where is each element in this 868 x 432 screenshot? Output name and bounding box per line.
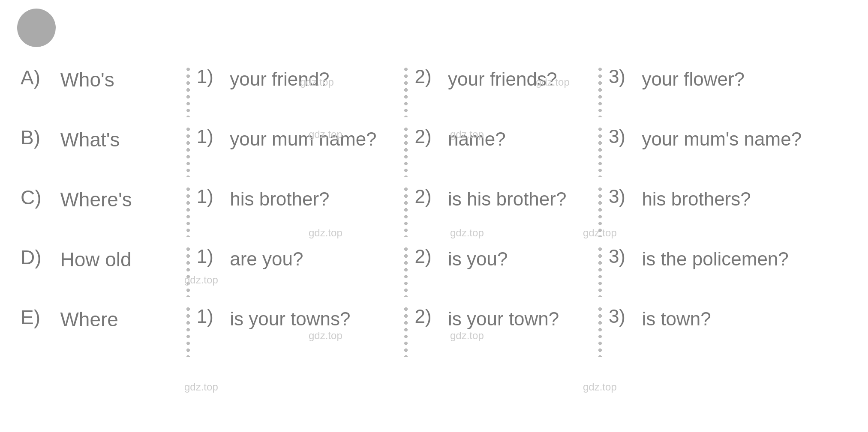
option3-num: 3): [606, 180, 638, 237]
separator-1: [182, 120, 194, 177]
watermark: gdz.top: [184, 381, 218, 393]
option3-num: 3): [606, 240, 638, 297]
option2-num: 2): [412, 300, 444, 357]
separator-3: [594, 300, 606, 357]
exercise-wrapper: A)Who's1)your friend?2)your friends?3)yo…: [17, 60, 851, 357]
option2-text: name?: [444, 120, 594, 177]
table-row: C)Where's1)his brother?2)is his brother?…: [17, 180, 851, 237]
question-cell: Who's: [56, 60, 182, 117]
option1-num: 1): [194, 120, 226, 177]
option2-num: 2): [412, 60, 444, 117]
separator-3: [594, 240, 606, 297]
option1-num: 1): [194, 300, 226, 357]
header-row: [17, 9, 851, 47]
task-number: [17, 9, 56, 47]
separator-3: [594, 180, 606, 237]
option2-text: your friends?: [444, 60, 594, 117]
letter-label: A): [17, 60, 56, 117]
option1-num: 1): [194, 180, 226, 237]
option1-text: are you?: [225, 240, 400, 297]
option3-text: is town?: [637, 300, 851, 357]
option2-text: is your town?: [444, 300, 594, 357]
letter-label: E): [17, 300, 56, 357]
option3-text: is the policemen?: [637, 240, 851, 297]
option2-num: 2): [412, 240, 444, 297]
option1-num: 1): [194, 60, 226, 117]
separator-2: [400, 300, 412, 357]
option3-num: 3): [606, 300, 638, 357]
option1-text: is your towns?: [225, 300, 400, 357]
table-row: B)What's1)your mum name?2)name?3)your mu…: [17, 120, 851, 177]
separator-1: [182, 60, 194, 117]
separator-3: [594, 120, 606, 177]
option1-text: his brother?: [225, 180, 400, 237]
table-row: E)Where1)is your towns?2)is your town?3)…: [17, 300, 851, 357]
page-container: A)Who's1)your friend?2)your friends?3)yo…: [17, 9, 851, 357]
option1-text: your friend?: [225, 60, 400, 117]
separator-2: [400, 240, 412, 297]
option2-text: is you?: [444, 240, 594, 297]
option2-num: 2): [412, 120, 444, 177]
watermark: gdz.top: [583, 381, 617, 393]
option3-num: 3): [606, 60, 638, 117]
separator-2: [400, 60, 412, 117]
separator-2: [400, 180, 412, 237]
option2-num: 2): [412, 180, 444, 237]
option3-text: your mum's name?: [637, 120, 851, 177]
letter-label: C): [17, 180, 56, 237]
table-row: A)Who's1)your friend?2)your friends?3)yo…: [17, 60, 851, 117]
table-row: D)How old1)are you?2)is you?3)is the pol…: [17, 240, 851, 297]
separator-1: [182, 240, 194, 297]
question-cell: How old: [56, 240, 182, 297]
letter-label: B): [17, 120, 56, 177]
separator-2: [400, 120, 412, 177]
option3-num: 3): [606, 120, 638, 177]
option2-text: is his brother?: [444, 180, 594, 237]
option1-text: your mum name?: [225, 120, 400, 177]
option3-text: his brothers?: [637, 180, 851, 237]
separator-3: [594, 60, 606, 117]
question-cell: Where's: [56, 180, 182, 237]
letter-label: D): [17, 240, 56, 297]
separator-1: [182, 300, 194, 357]
option1-num: 1): [194, 240, 226, 297]
separator-1: [182, 180, 194, 237]
question-cell: What's: [56, 120, 182, 177]
option3-text: your flower?: [637, 60, 851, 117]
question-cell: Where: [56, 300, 182, 357]
